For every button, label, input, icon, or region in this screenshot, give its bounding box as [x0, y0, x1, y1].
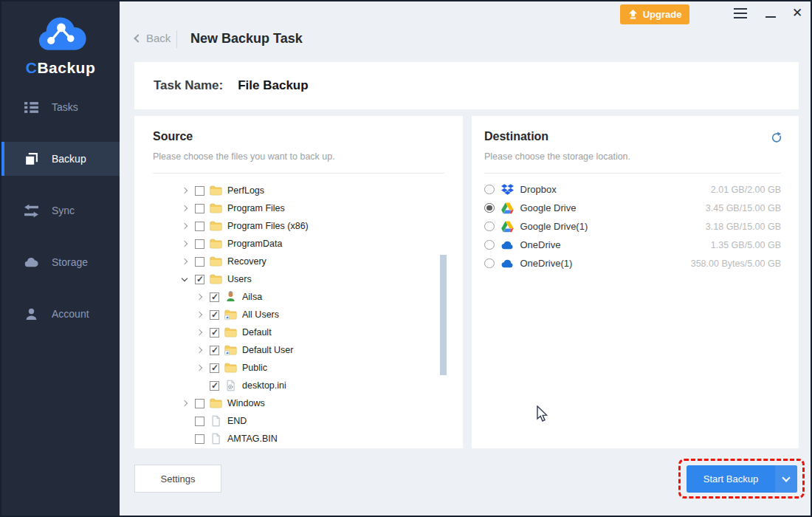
tree-row[interactable]: Ailsa [197, 288, 438, 306]
tree-row[interactable]: AMTAG.BIN [182, 430, 438, 448]
chevron-right-icon[interactable] [196, 347, 202, 353]
checkbox[interactable] [195, 222, 204, 231]
sidebar-item-tasks[interactable]: Tasks [1, 90, 120, 124]
provider-row[interactable]: Google Drive(1)3.18 GB/15.00 GB [484, 217, 781, 236]
radio-button[interactable] [484, 203, 495, 213]
chevron-slot [197, 295, 210, 299]
checkbox[interactable] [195, 204, 204, 213]
checkbox[interactable] [195, 257, 204, 267]
chevron-slot [182, 278, 195, 281]
start-backup-button[interactable]: Start Backup [687, 465, 797, 493]
radio-button[interactable] [484, 185, 495, 195]
tree-row[interactable]: ProgramData [182, 235, 438, 253]
tree-item-label: Ailsa [242, 292, 262, 302]
checkbox[interactable] [210, 363, 219, 373]
radio-button[interactable] [484, 222, 495, 232]
checkbox[interactable] [195, 275, 204, 284]
chevron-slot [182, 259, 195, 264]
checkbox[interactable] [195, 434, 204, 444]
storage-icon [24, 255, 39, 270]
start-backup-dropdown[interactable] [775, 465, 797, 493]
provider-usage: 1.35 GB/5.00 GB [711, 240, 781, 250]
checkbox[interactable] [210, 292, 219, 302]
sidebar-item-backup[interactable]: Backup [1, 142, 120, 176]
chevron-right-icon[interactable] [182, 205, 187, 211]
settings-button[interactable]: Settings [134, 465, 221, 493]
checkbox[interactable] [210, 381, 219, 391]
chevron-slot [197, 312, 210, 317]
account-icon [24, 307, 39, 322]
tree-row[interactable]: Windows [182, 394, 438, 412]
chevron-down-icon[interactable] [182, 275, 187, 281]
chevron-right-icon[interactable] [182, 400, 187, 406]
provider-list: Dropbox2.01 GB/2.00 GBGoogle Drive3.45 G… [484, 180, 781, 273]
tree-row[interactable]: Default User [197, 341, 438, 359]
radio-button[interactable] [484, 240, 495, 250]
refresh-icon[interactable] [770, 131, 783, 144]
chevron-right-icon[interactable] [196, 365, 202, 371]
provider-row[interactable]: OneDrive(1)358.00 Bytes/5.00 GB [484, 254, 781, 273]
scrollbar-thumb[interactable] [440, 255, 447, 375]
dropbox-icon [501, 184, 514, 196]
folder-icon [210, 256, 222, 267]
chevron-down-icon [782, 473, 790, 482]
provider-row[interactable]: Dropbox2.01 GB/2.00 GB [484, 180, 781, 199]
tree-row[interactable]: PerfLogs [182, 182, 438, 199]
checkbox[interactable] [195, 239, 204, 249]
folder-icon [224, 326, 237, 338]
folder-icon [210, 202, 222, 214]
minimize-icon[interactable] [765, 16, 776, 18]
chevron-right-icon[interactable] [196, 294, 202, 300]
task-name-value[interactable]: File Backup [238, 78, 308, 93]
checkbox[interactable] [195, 399, 204, 408]
tree-item-label: desktop.ini [242, 380, 286, 391]
source-title: Source [153, 130, 193, 143]
menu-icon[interactable] [734, 8, 747, 21]
chevron-right-icon[interactable] [182, 241, 187, 247]
provider-row[interactable]: OneDrive1.35 GB/5.00 GB [484, 236, 781, 254]
tree-row[interactable]: END [182, 412, 438, 430]
sidebar-item-label: Backup [52, 153, 86, 165]
app-window: CBackup TasksBackupSyncStorageAccount Ba… [0, 0, 812, 517]
tree-row[interactable]: Default [197, 323, 438, 341]
chevron-right-icon[interactable] [182, 223, 187, 229]
provider-row[interactable]: Google Drive3.45 GB/15.00 GB [484, 199, 781, 217]
checkbox[interactable] [195, 186, 204, 196]
radio-button[interactable] [484, 258, 495, 269]
tree-row[interactable]: Program Files [182, 199, 438, 217]
google-drive-icon [501, 202, 514, 214]
tree-row[interactable]: Recovery [182, 253, 438, 270]
tree-row[interactable]: Users [182, 270, 438, 288]
sidebar-item-storage[interactable]: Storage [1, 245, 120, 279]
chevron-slot [182, 224, 195, 228]
header-divider [176, 30, 177, 48]
provider-usage: 2.01 GB/2.00 GB [711, 185, 781, 195]
upgrade-button[interactable]: Upgrade [620, 4, 689, 24]
file-icon [210, 433, 222, 445]
checkbox[interactable] [195, 417, 204, 426]
sidebar-item-sync[interactable]: Sync [1, 194, 120, 227]
tree-item-label: Default [242, 327, 272, 338]
checkbox[interactable] [210, 328, 219, 338]
destination-title: Destination [484, 130, 548, 143]
tree-item-label: AMTAG.BIN [227, 434, 278, 444]
chevron-right-icon[interactable] [196, 329, 202, 335]
tree-row[interactable]: desktop.ini [197, 377, 438, 394]
tree-row[interactable]: Public [197, 359, 438, 377]
checkbox[interactable] [210, 310, 219, 320]
close-icon[interactable]: ✕ [792, 5, 802, 21]
tree-item-label: Windows [227, 398, 265, 408]
tree-row[interactable]: Program Files (x86) [182, 217, 438, 235]
tree-row[interactable]: All Users [197, 306, 438, 323]
chevron-slot [182, 401, 195, 405]
back-button[interactable]: Back [135, 32, 171, 44]
divider [484, 173, 781, 174]
chevron-right-icon[interactable] [182, 188, 187, 194]
tree-item-label: Users [227, 274, 252, 284]
checkbox[interactable] [210, 346, 219, 355]
google-drive-icon [501, 221, 514, 233]
sidebar-item-account[interactable]: Account [1, 297, 120, 331]
chevron-right-icon[interactable] [182, 258, 187, 264]
chevron-right-icon[interactable] [196, 312, 202, 318]
sidebar-item-label: Account [52, 308, 89, 320]
